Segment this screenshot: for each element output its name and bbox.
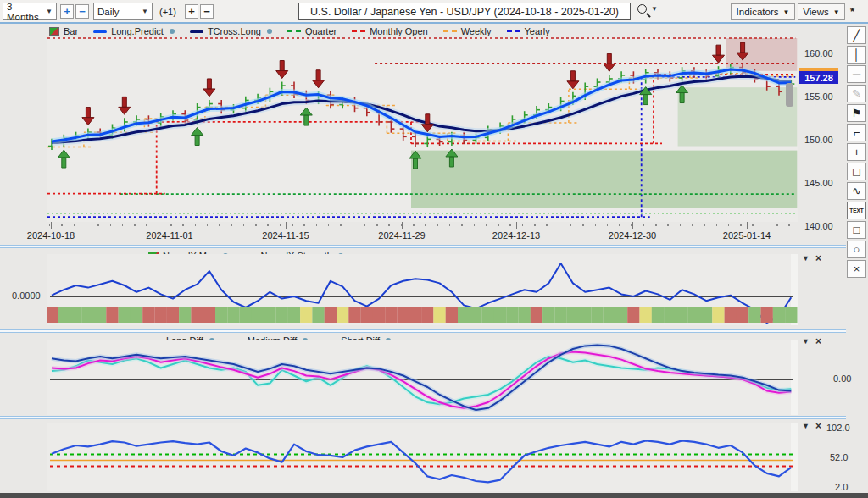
flag-tool-button[interactable]: ⚑	[847, 104, 866, 122]
wave-tool-button[interactable]: ∿	[847, 182, 866, 200]
interval-select[interactable]: Daily ▼	[93, 3, 153, 20]
panel-separator[interactable]	[0, 416, 846, 419]
vertical-line-tool-button[interactable]: │	[847, 46, 866, 64]
trendline-icon: ╱	[854, 29, 860, 42]
range-decrease-button[interactable]: −	[75, 4, 89, 19]
strip-cell	[664, 307, 676, 323]
dash-swatch-icon	[287, 30, 301, 32]
strip-cell	[106, 307, 118, 323]
line-swatch-icon	[93, 30, 107, 33]
strip-cell	[542, 307, 554, 323]
chart-scroll-thumb[interactable]	[786, 83, 793, 107]
close-panel-icon[interactable]: ×	[815, 252, 821, 264]
text-tool-button[interactable]: TEXT	[847, 202, 866, 219]
move-crosshair-tool-button[interactable]: +	[847, 143, 866, 161]
info-icon[interactable]	[170, 29, 175, 34]
close-panel-icon[interactable]: ×	[815, 420, 821, 432]
text-icon: TEXT	[849, 208, 864, 213]
panel-separator[interactable]	[0, 245, 846, 248]
x-axis-label: 2024-12-13	[492, 230, 540, 241]
strip-cell	[94, 307, 106, 323]
views-button[interactable]: Views ▼	[798, 3, 845, 20]
strip-cell	[191, 307, 203, 323]
collapse-panel-icon[interactable]: ▼	[802, 254, 810, 263]
rsi-axis-mid: 52.0	[830, 452, 848, 462]
polyline-tool-button[interactable]: ⌐	[847, 124, 866, 141]
collapse-panel-icon[interactable]: ▼	[802, 337, 810, 346]
legend-item-yearly[interactable]: Yearly	[507, 26, 550, 36]
neural-strength-chart[interactable]	[47, 254, 798, 325]
bar-swatch-icon	[49, 27, 59, 36]
price-axis-label: 160.00	[804, 48, 833, 58]
strip-cell	[398, 307, 409, 323]
offset-decrease-button[interactable]: −	[200, 4, 214, 19]
x-axis-ticks	[49, 224, 798, 226]
rsi-panel-controls: ▼ ×	[802, 420, 821, 432]
price-axis-label: 140.00	[804, 221, 833, 231]
legend-label: Weekly	[461, 26, 492, 36]
chevron-down-icon: ▼	[833, 8, 840, 16]
price-axis[interactable]: 160.00155.00150.00145.00140.00157.28	[799, 37, 846, 241]
legend-item-bar[interactable]: Bar	[49, 26, 78, 36]
callout-tool-button[interactable]: ◻	[847, 163, 866, 180]
search-icon[interactable]	[637, 4, 647, 14]
info-icon[interactable]	[267, 29, 272, 34]
legend-item-long-predict[interactable]: Long.Predict	[93, 26, 175, 36]
rsi-chart[interactable]	[47, 423, 798, 491]
strip-cell	[142, 307, 154, 323]
strip-cell	[409, 307, 421, 323]
search-chevron-icon[interactable]: ▼	[651, 5, 658, 13]
strip-cell	[554, 307, 566, 323]
ellipse-tool-button[interactable]: ○	[847, 241, 866, 258]
modified-marker: *	[850, 5, 854, 18]
down-arrow-icon	[276, 61, 288, 79]
dash-swatch-icon	[443, 30, 457, 32]
strip-cell	[506, 307, 518, 323]
x-axis-label: 2024-11-15	[262, 230, 309, 241]
horizontal-line-tool-button[interactable]: ─	[847, 65, 866, 83]
collapse-panel-icon[interactable]: ▼	[802, 422, 810, 430]
strip-cell	[119, 307, 131, 323]
x-axis-major-tick	[402, 222, 403, 229]
main-price-chart[interactable]	[47, 37, 798, 222]
legend-item-monthly-open[interactable]: Monthly Open	[352, 26, 427, 36]
strip-cell	[373, 307, 385, 323]
rectangle-tool-button[interactable]: □	[847, 221, 866, 239]
current-price-marker: 157.28	[799, 68, 838, 84]
down-arrow-icon	[82, 108, 94, 125]
close-panel-icon[interactable]: ×	[815, 335, 821, 347]
range-select[interactable]: 3 Months ▼	[3, 3, 57, 20]
horizontal-line-icon: ─	[853, 68, 860, 80]
panel-separator[interactable]	[0, 329, 846, 333]
ellipse-icon: ○	[854, 243, 860, 256]
strip-cell	[773, 307, 785, 323]
legend-label: Bar	[64, 26, 78, 36]
x-axis-label: 2025-01-14	[723, 230, 771, 241]
legend-item-weekly[interactable]: Weekly	[443, 26, 492, 36]
strip-cell	[155, 307, 167, 323]
strip-cell	[82, 307, 94, 323]
strip-cell	[725, 307, 737, 323]
delete-icon: ×	[854, 263, 860, 275]
line-swatch-icon	[190, 30, 203, 33]
range-increase-button[interactable]: +	[60, 4, 74, 19]
strip-cell	[240, 307, 252, 323]
trendline-tool-button[interactable]: ╱	[847, 26, 866, 44]
symbol-title-text: U.S. Dollar / Japanese Yen - USD/JPY (20…	[310, 6, 619, 18]
bottom-scrollbar[interactable]	[0, 493, 868, 498]
legend-item-quarter[interactable]: Quarter	[287, 26, 337, 36]
strip-cell	[361, 307, 373, 323]
chevron-down-icon: ▼	[46, 8, 53, 15]
strip-cell	[203, 307, 215, 323]
legend-item-tcross-long[interactable]: TCross.Long	[190, 26, 272, 36]
strip-cell	[676, 307, 687, 323]
offset-increase-button[interactable]: +	[185, 4, 198, 19]
symbol-title[interactable]: U.S. Dollar / Japanese Yen - USD/JPY (20…	[298, 3, 631, 20]
diff-oscillator-chart[interactable]	[47, 340, 798, 415]
plus-icon: +	[188, 6, 195, 17]
indicators-button[interactable]: Indicators ▼	[731, 3, 795, 20]
plus-icon: +	[64, 6, 70, 17]
x-axis-major-tick	[51, 222, 52, 229]
neural-zero-label: 0.0000	[12, 290, 41, 301]
delete-tool-button[interactable]: ×	[847, 260, 866, 278]
